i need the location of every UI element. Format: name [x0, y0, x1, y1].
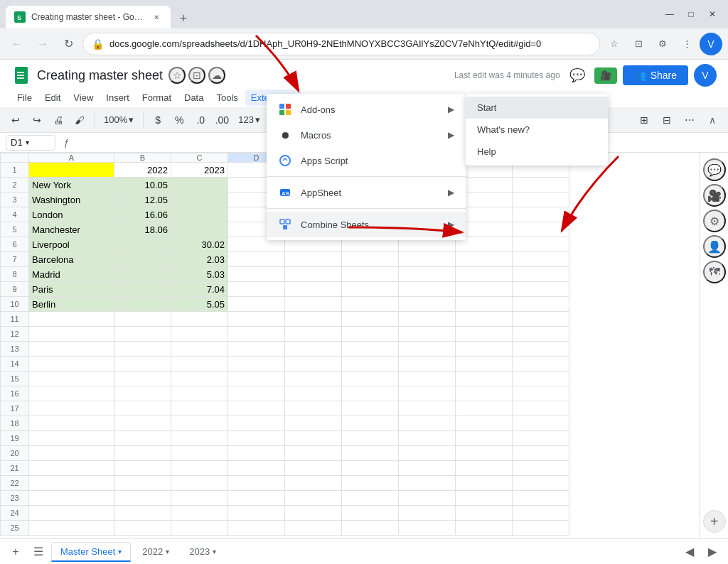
meet-button[interactable]: 🎥: [594, 67, 617, 84]
table-cell[interactable]: [399, 446, 456, 461]
table-cell[interactable]: [228, 521, 285, 536]
table-cell[interactable]: [171, 207, 228, 222]
table-cell[interactable]: [342, 446, 399, 461]
table-cell[interactable]: [399, 401, 456, 416]
row-header-8[interactable]: 8: [1, 267, 29, 282]
ext-menu-macros[interactable]: ⏺ Macros ▶: [267, 122, 466, 148]
table-cell[interactable]: [285, 476, 342, 491]
table-cell[interactable]: [513, 207, 569, 222]
back-button[interactable]: ←: [6, 33, 28, 55]
table-cell[interactable]: [285, 401, 342, 416]
table-cell[interactable]: [114, 476, 171, 491]
table-cell[interactable]: [513, 312, 569, 327]
table-cell[interactable]: [114, 446, 171, 461]
table-cell[interactable]: Paris: [29, 282, 114, 297]
add-sheet-button[interactable]: +: [6, 542, 26, 562]
table-cell[interactable]: [285, 327, 342, 342]
table-cell[interactable]: 2.03: [171, 252, 228, 267]
table-cell[interactable]: [342, 506, 399, 521]
table-cell[interactable]: [171, 386, 228, 401]
table-cell[interactable]: [29, 521, 114, 536]
more-button[interactable]: ⋮: [675, 33, 698, 55]
address-bar[interactable]: 🔒 docs.google.com/spreadsheets/d/1DHAph_…: [82, 33, 600, 55]
row-header-25[interactable]: 25: [1, 521, 29, 536]
table-cell[interactable]: [456, 282, 513, 297]
sidebar-chat-btn[interactable]: 💬: [703, 158, 726, 181]
table-cell[interactable]: [228, 372, 285, 386]
table-cell[interactable]: [342, 357, 399, 372]
table-cell[interactable]: [285, 372, 342, 386]
new-tab-button[interactable]: +: [173, 9, 193, 28]
table-cell[interactable]: [513, 446, 569, 461]
decimal-decrease-button[interactable]: .0: [191, 110, 210, 130]
table-cell[interactable]: [228, 446, 285, 461]
star-icon[interactable]: ☆: [168, 67, 186, 84]
table-cell[interactable]: [114, 237, 171, 252]
row-header-21[interactable]: 21: [1, 461, 29, 476]
table-cell[interactable]: [399, 476, 456, 491]
menu-edit[interactable]: Edit: [39, 90, 66, 106]
table-cell[interactable]: [513, 386, 569, 401]
table-cell[interactable]: [285, 252, 342, 267]
table-cell[interactable]: [513, 192, 569, 207]
table-cell[interactable]: Madrid: [29, 267, 114, 282]
table-cell[interactable]: [29, 416, 114, 431]
table-cell[interactable]: [228, 342, 285, 357]
table-cell[interactable]: [399, 342, 456, 357]
table-cell[interactable]: 5.03: [171, 267, 228, 282]
table-cell[interactable]: Washington: [29, 192, 114, 207]
row-header-17[interactable]: 17: [1, 401, 29, 416]
redo-button[interactable]: ↪: [27, 110, 47, 130]
table-cell[interactable]: [399, 386, 456, 401]
cloud-icon[interactable]: ☁: [208, 67, 225, 84]
alt-view-btn[interactable]: ⊟: [657, 110, 677, 130]
sidebar-user-btn[interactable]: 👤: [703, 235, 726, 258]
table-cell[interactable]: [228, 312, 285, 327]
submenu-whats-new[interactable]: What's new?: [466, 119, 608, 141]
table-cell[interactable]: [285, 282, 342, 297]
table-cell[interactable]: [171, 372, 228, 386]
sidebar-settings-btn[interactable]: ⚙: [703, 210, 726, 232]
table-cell[interactable]: 16.06: [114, 207, 171, 222]
row-header-15[interactable]: 15: [1, 372, 29, 386]
table-cell[interactable]: [228, 461, 285, 476]
table-cell[interactable]: [399, 282, 456, 297]
table-cell[interactable]: [285, 297, 342, 312]
menu-tools[interactable]: Tools: [210, 90, 243, 106]
table-cell[interactable]: [114, 386, 171, 401]
table-cell[interactable]: [456, 521, 513, 536]
submenu-start[interactable]: Start: [466, 97, 608, 119]
table-cell[interactable]: [456, 312, 513, 327]
table-cell[interactable]: [513, 357, 569, 372]
cell-reference[interactable]: D1 ▾: [6, 135, 55, 151]
table-cell[interactable]: [456, 386, 513, 401]
table-cell[interactable]: [456, 506, 513, 521]
table-cell[interactable]: [456, 327, 513, 342]
table-cell[interactable]: [29, 506, 114, 521]
table-cell[interactable]: [513, 237, 569, 252]
table-cell[interactable]: [228, 431, 285, 446]
table-cell[interactable]: [342, 327, 399, 342]
table-cell[interactable]: [456, 267, 513, 282]
table-cell[interactable]: [342, 342, 399, 357]
paint-format-button[interactable]: 🖌: [70, 110, 90, 130]
table-cell[interactable]: [399, 312, 456, 327]
table-cell[interactable]: [456, 342, 513, 357]
cast-button[interactable]: ⊡: [627, 33, 650, 55]
table-cell[interactable]: [29, 476, 114, 491]
table-cell[interactable]: [171, 416, 228, 431]
row-header-1[interactable]: 1: [1, 163, 29, 178]
table-cell[interactable]: [285, 342, 342, 357]
table-cell[interactable]: [29, 386, 114, 401]
table-cell[interactable]: [342, 297, 399, 312]
table-cell[interactable]: [513, 252, 569, 267]
table-cell[interactable]: [513, 461, 569, 476]
table-cell[interactable]: [513, 431, 569, 446]
menu-insert[interactable]: Insert: [100, 90, 135, 106]
table-cell[interactable]: [342, 386, 399, 401]
table-cell[interactable]: [114, 252, 171, 267]
zoom-select[interactable]: 100% ▾: [99, 111, 139, 129]
table-cell[interactable]: [513, 342, 569, 357]
bookmark-button[interactable]: ☆: [603, 33, 626, 55]
master-sheet-dropdown[interactable]: ▾: [118, 548, 122, 555]
